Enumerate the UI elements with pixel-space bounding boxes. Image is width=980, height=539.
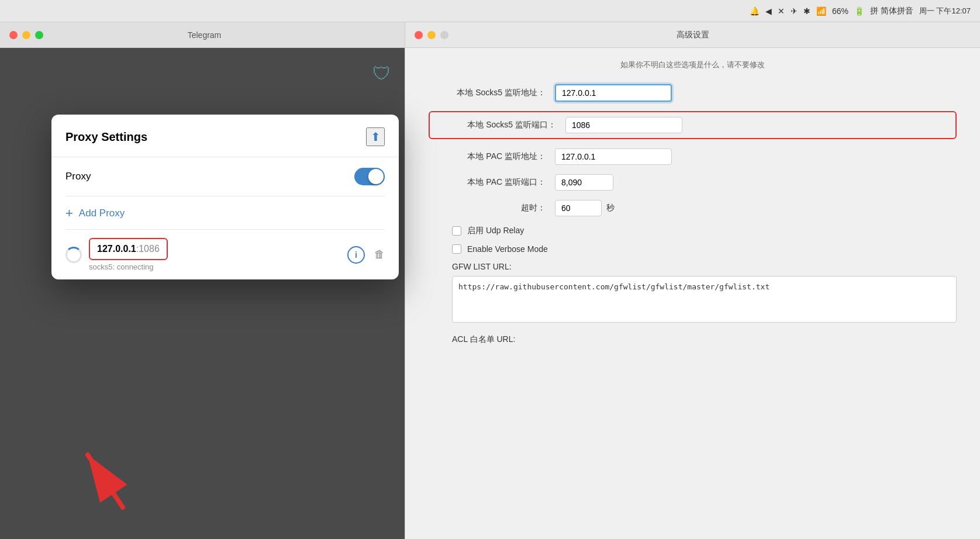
bell-icon: 🔔 [750,6,760,16]
pac-port-label: 本地 PAC 监听端口： [429,177,546,188]
proxy-label: Proxy [65,171,91,182]
battery-pct: 66% [832,6,848,16]
socks5-port-label: 本地 Socks5 监听端口： [439,120,556,130]
proxy-title: Proxy Settings [65,130,147,144]
telegram-bg: 🛡 [0,48,409,71]
advanced-body: 如果你不明白这些选项是什么，请不要修改 本地 Socks5 监听地址： 本地 S… [405,48,980,361]
proxy-delete-button[interactable]: 🗑 [374,248,385,261]
timeout-label: 超时： [429,203,546,213]
share-button[interactable]: ⬆ [366,127,385,146]
telegram-close-btn[interactable] [9,31,18,39]
toggle-knob [368,169,384,184]
socks5-address-label: 本地 Socks5 监听地址： [429,88,546,98]
advanced-minimize-btn[interactable] [427,31,436,39]
proxy-address-box: 127.0.0.1:1086 [89,238,168,260]
proxy-list-item: 127.0.0.1:1086 socks5: connecting i 🗑 [65,229,385,279]
menubar: 🔔 ◀ ✕ ✈ ✱ 📶 66% 🔋 拼 简体拼音 周一 下午12:07 [0,0,980,22]
gfw-list-input[interactable]: https://raw.githubusercontent.com/gfwlis… [452,276,957,323]
wifi-icon: 📶 [816,6,826,16]
timeout-row: 超时： 秒 [429,200,957,216]
proxy-actions: i 🗑 [347,246,385,264]
pac-address-row: 本地 PAC 监听地址： [429,148,957,165]
udp-relay-label: 启用 Udp Relay [467,226,524,236]
add-proxy-label: Add Proxy [79,208,125,219]
proxy-settings-modal: Proxy Settings ⬆ Proxy + Add Proxy [51,115,399,279]
pac-address-label: 本地 PAC 监听地址： [429,151,546,162]
gfw-list-label: GFW LIST URL: [452,262,957,271]
telegram-titlebar: Telegram [0,22,409,48]
advanced-close-btn[interactable] [415,31,423,39]
add-proxy-row[interactable]: + Add Proxy [65,196,385,229]
clock: 周一 下午12:07 [919,6,971,16]
connection-spinner [65,247,82,263]
pac-port-row: 本地 PAC 监听端口： [429,174,957,191]
svg-line-1 [88,455,123,507]
verbose-mode-row: Enable Verbose Mode [452,244,957,254]
send-icon: ✈ [791,6,798,16]
advanced-settings-window: 高级设置 如果你不明白这些选项是什么，请不要修改 本地 Socks5 监听地址：… [405,22,980,539]
telegram-window-buttons [9,31,43,39]
menubar-right: 🔔 ◀ ✕ ✈ ✱ 📶 66% 🔋 拼 简体拼音 周一 下午12:07 [750,6,971,16]
proxy-host: 127.0.0.1 [97,244,136,254]
proxy-address: 127.0.0.1:1086 [97,244,160,254]
cursor-icon: ✕ [778,6,785,16]
socks5-address-input[interactable] [555,84,672,102]
pac-port-input[interactable] [555,174,613,191]
proxy-status: socks5: connecting [89,262,340,271]
socks5-address-row: 本地 Socks5 监听地址： [429,84,957,102]
telegram-minimize-btn[interactable] [22,31,30,39]
proxy-info-button[interactable]: i [347,246,365,264]
advanced-title: 高级设置 [677,30,709,40]
proxy-toggle-row: Proxy [65,157,385,196]
timeout-input[interactable] [555,200,602,216]
advanced-window-buttons [415,31,448,39]
advanced-titlebar: 高级设置 [405,22,980,48]
annotation-arrow [70,437,140,516]
nav-icon: ◀ [765,6,772,16]
advanced-subtitle: 如果你不明白这些选项是什么，请不要修改 [429,60,957,70]
timeout-unit: 秒 [606,203,615,213]
advanced-maximize-btn[interactable] [440,31,448,39]
acl-label: ACL 白名单 URL: [452,334,957,345]
udp-relay-row: 启用 Udp Relay [452,226,957,236]
udp-relay-checkbox[interactable] [452,226,461,236]
proxy-body: Proxy + Add Proxy 127.0.0.1:1086 [51,157,399,279]
proxy-toggle[interactable] [354,168,385,185]
ime-label: 拼 简体拼音 [870,6,913,16]
telegram-title: Telegram [188,30,222,40]
proxy-header: Proxy Settings ⬆ [51,115,399,157]
proxy-address-block: 127.0.0.1:1086 socks5: connecting [89,238,340,271]
bluetooth-icon: ✱ [803,6,810,16]
telegram-window: Telegram 🛡 Proxy Settings ⬆ Proxy + Add … [0,22,409,539]
battery-icon: 🔋 [854,6,864,16]
telegram-maximize-btn[interactable] [35,31,43,39]
verbose-mode-label: Enable Verbose Mode [467,244,548,254]
socks5-port-input[interactable] [565,117,682,133]
add-proxy-plus-icon: + [65,207,73,220]
proxy-port: :1086 [136,244,160,254]
pac-address-input[interactable] [555,148,672,165]
verbose-mode-checkbox[interactable] [452,244,461,254]
shield-icon: 🛡 [372,63,391,85]
socks5-port-row: 本地 Socks5 监听端口： [429,111,957,139]
